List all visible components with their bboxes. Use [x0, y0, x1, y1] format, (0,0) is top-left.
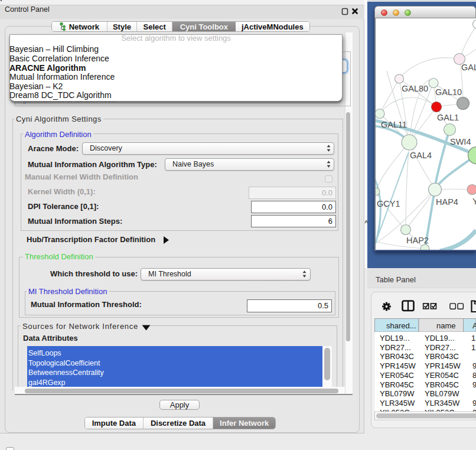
svg-text:8.: 8.: [472, 371, 476, 380]
svg-text:YBR045C: YBR045C: [425, 380, 459, 389]
svg-text:GAL11: GAL11: [381, 120, 407, 129]
svg-text:Y: Y: [472, 197, 476, 206]
svg-text:YPR145W: YPR145W: [425, 361, 461, 370]
svg-text:YLR345W: YLR345W: [425, 399, 460, 407]
svg-text:YDR27...: YDR27...: [425, 343, 456, 352]
svg-text:YBR043C: YBR043C: [380, 352, 414, 361]
svg-text:HAP2: HAP2: [406, 236, 429, 245]
svg-text:YER054C: YER054C: [425, 371, 459, 380]
svg-text:YDR27...: YDR27...: [380, 343, 411, 352]
svg-text:YBL079W: YBL079W: [380, 389, 415, 398]
svg-text:A: A: [472, 321, 476, 330]
svg-text:GAL1: GAL1: [437, 113, 459, 122]
svg-text:YBR043C: YBR043C: [425, 352, 459, 361]
svg-text:GAL80: GAL80: [402, 84, 428, 93]
svg-text:9.: 9.: [472, 361, 476, 370]
svg-text:GAL10: GAL10: [435, 87, 462, 97]
svg-text:YLR345W: YLR345W: [380, 399, 415, 407]
svg-text:shared...: shared...: [386, 321, 416, 330]
svg-text:GAL4: GAL4: [410, 151, 432, 160]
svg-text:SWI4: SWI4: [450, 137, 471, 146]
svg-text:HAP4: HAP4: [436, 197, 458, 207]
svg-text:YBR045C: YBR045C: [380, 380, 414, 389]
svg-text:YER054C: YER054C: [380, 371, 414, 380]
svg-text:YPR145W: YPR145W: [380, 361, 416, 370]
svg-text:9.: 9.: [472, 399, 476, 407]
svg-text:YDL19...: YDL19...: [425, 334, 455, 343]
svg-text:name: name: [436, 321, 456, 330]
svg-text:YDL19...: YDL19...: [380, 334, 410, 343]
svg-text:12: 12: [471, 343, 476, 352]
svg-text:9.: 9.: [472, 380, 476, 389]
svg-text:GAL7: GAL7: [461, 63, 476, 72]
svg-text:13: 13: [471, 334, 476, 343]
svg-text:YBL079W: YBL079W: [425, 389, 459, 398]
svg-text:GCY1: GCY1: [377, 199, 400, 208]
